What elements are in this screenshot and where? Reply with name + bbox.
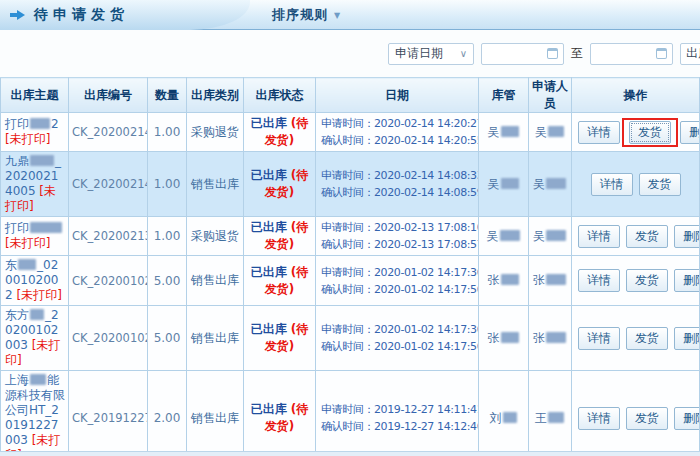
apply-time-line: 申请时间：2020-02-13 17:08:10 [321,219,475,236]
status-cell: 已出库 (待发货) [244,152,316,217]
date-to-box [590,43,673,65]
caret-down-icon: ▼ [334,11,340,20]
date-type-value: 申请日期 [395,45,443,62]
col-status: 出库状态 [244,78,316,113]
chevron-down-icon: ∨ [460,48,467,59]
detail-button[interactable]: 详情 [578,327,620,350]
not-printed-flag: [未打印] [5,236,50,250]
category-cell: 销售出库 [187,256,244,306]
code-cell: CK_20200214004 [69,152,148,217]
redacted-text [546,230,566,241]
status-done: 已出库 [251,265,287,279]
person-name: 吴 [488,125,500,139]
actions-cell: 详情发货删除 [572,371,700,456]
actions-cell: 详情发货删除 [572,113,700,152]
category-cell: 销售出库 [187,306,244,371]
subject-cell[interactable]: 打印2 [未打印] [1,113,69,152]
manager-cell: 吴 [479,152,529,217]
person-name: 张 [488,331,500,345]
person-name: 刘 [490,411,502,425]
apply-time-line: 申请时间：2020-02-14 14:08:33 [321,167,475,184]
calendar-icon[interactable] [656,48,667,59]
confirm-time-line: 确认时间：2020-02-14 14:20:55 [321,132,475,149]
detail-button[interactable]: 详情 [578,407,620,430]
delete-button[interactable]: 删除 [674,225,700,248]
subject-cell[interactable]: 东方_20200102003 [未打印] [1,306,69,371]
date-type-select[interactable]: 申请日期 ∨ [388,43,474,65]
ship-button[interactable]: 发货 [629,121,671,144]
title-bar: 待申请发货 排序规则 ▼ [0,0,700,30]
table-header-row: 出库主题 出库编号 数量 出库类别 出库状态 日期 库管 申请人员 操作 [1,78,700,113]
manager-cell: 刘 [479,371,529,456]
orders-table: 出库主题 出库编号 数量 出库类别 出库状态 日期 库管 申请人员 操作 打印2… [0,77,700,456]
manager-cell: 吴 [479,217,529,256]
apply-time-line: 申请时间：2020-01-02 14:17:36 [321,264,475,281]
subject-cell[interactable]: 九鼎_20200214005 [未打印] [1,152,69,217]
apply-time-line: 申请时间：2020-01-02 14:17:36 [321,321,475,338]
subject-text: 上海 [5,373,29,387]
redacted-text [30,374,46,385]
status-cell: 已出库 (待发货) [244,256,316,306]
person-name: 吴 [487,229,499,243]
person-name: 张 [488,273,500,287]
detail-button[interactable]: 详情 [578,269,620,292]
ship-button[interactable]: 发货 [639,173,681,196]
col-code: 出库编号 [69,78,148,113]
confirm-time-line: 确认时间：2020-02-13 17:08:57 [321,236,475,253]
quantity-cell: 5.00 [148,306,187,371]
delete-button[interactable]: 删除 [674,407,700,430]
dates-cell: 申请时间：2020-02-14 14:08:33 确认时间：2020-02-14… [316,152,479,217]
subject-text: 东方 [5,308,29,322]
table-row: 上海能源科技有限公司HT_20191227003 [未打印] CK_201912… [1,371,700,456]
subject-cell[interactable]: 打印 [未打印] [1,217,69,256]
quantity-cell: 1.00 [148,113,187,152]
truncated-filter-select[interactable]: 出库状 [680,43,700,65]
redacted-text [30,155,54,166]
ship-button[interactable]: 发货 [626,327,668,350]
subject-cell[interactable]: 上海能源科技有限公司HT_20191227003 [未打印] [1,371,69,456]
filter-bar: 申请日期 ∨ 至 出库状 [0,30,700,77]
person-name: 张 [533,331,545,345]
table-row: 东_0200102002 [未打印] CK_20200102003 5.00 销… [1,256,700,306]
redacted-text [18,259,36,270]
subject-text: 东 [5,258,17,272]
detail-button[interactable]: 详情 [591,173,633,196]
bottom-strip [0,451,700,456]
ship-button[interactable]: 发货 [626,407,668,430]
col-date: 日期 [316,78,479,113]
actions-cell: 详情发货删除 [572,256,700,306]
subject-cell[interactable]: 东_0200102002 [未打印] [1,256,69,306]
confirm-time-line: 确认时间：2020-01-02 14:17:56 [321,281,475,298]
applicant-cell: 张 [529,256,572,306]
highlight-annotation-box: 发货 [622,118,678,147]
delete-button[interactable]: 删除 [674,269,700,292]
ship-button[interactable]: 发货 [626,225,668,248]
status-done: 已出库 [251,402,287,416]
ship-button[interactable]: 发货 [626,269,668,292]
delete-button[interactable]: 删除 [680,121,700,144]
table-row: 东方_20200102003 [未打印] CK_20200102004 5.00… [1,306,700,371]
title-arrow-icon [10,10,25,21]
dates-cell: 申请时间：2019-12-27 14:11:41 确认时间：2019-12-27… [316,371,479,456]
date-to-input[interactable] [596,45,656,63]
detail-button[interactable]: 详情 [578,225,620,248]
table-body: 打印2 [未打印] CK_20200214005 1.00 采购退货 已出库 (… [1,113,700,456]
calendar-icon[interactable] [547,48,558,59]
delete-button[interactable]: 删除 [674,327,700,350]
quantity-cell: 1.00 [148,152,187,217]
confirm-time-line: 确认时间：2019-12-27 14:12:46 [321,418,475,435]
date-from-box [481,43,564,65]
code-cell: CK_20200213002 [69,217,148,256]
redacted-text [501,126,519,137]
actions-cell: 详情发货删除 [572,306,700,371]
detail-button[interactable]: 详情 [578,121,620,144]
category-cell: 采购退货 [187,113,244,152]
date-from-input[interactable] [487,45,547,63]
page-title-tab: 待申请发货 [0,0,250,30]
sort-rules-menu[interactable]: 排序规则 ▼ [238,0,374,30]
redacted-text [30,309,44,320]
app-window: 待申请发货 排序规则 ▼ 申请日期 ∨ 至 出库状 [0,0,700,456]
subject-text: 2 [51,117,59,131]
col-manager: 库管 [479,78,529,113]
status-done: 已出库 [251,322,287,336]
